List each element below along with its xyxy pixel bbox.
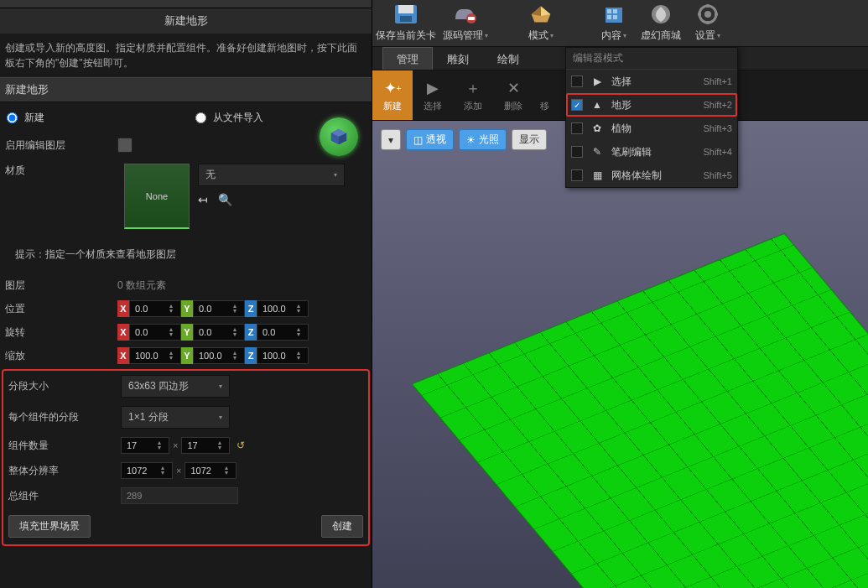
component-y-input[interactable] bbox=[184, 438, 216, 453]
section-size-label: 分段大小 bbox=[7, 379, 121, 393]
scale-z-input[interactable] bbox=[259, 348, 294, 363]
scale-y-input[interactable] bbox=[195, 348, 231, 363]
spinner-icon[interactable]: ▴▾ bbox=[216, 440, 224, 450]
tab-sculpt[interactable]: 雕刻 bbox=[433, 47, 483, 70]
tool-new[interactable]: ✦+新建 bbox=[372, 70, 413, 120]
mode-icon bbox=[527, 2, 555, 27]
radio-import[interactable]: 从文件导入 bbox=[195, 111, 263, 125]
sections-per-row: 每个组件的分段 1×1 分段▾ bbox=[3, 402, 368, 433]
spinner-icon[interactable]: ▴▾ bbox=[159, 466, 167, 476]
source-radio-row: 新建 从文件导入 bbox=[0, 102, 372, 133]
toolbar-save[interactable]: 保存当前关卡 bbox=[372, 0, 439, 46]
scale-y[interactable]: ▴▾ bbox=[193, 347, 245, 364]
sections-per-value: 1×1 分段 bbox=[128, 410, 169, 424]
location-z[interactable]: ▴▾ bbox=[257, 300, 309, 317]
perspective-button[interactable]: ◫透视 bbox=[406, 129, 454, 150]
reset-icon[interactable]: ↺ bbox=[236, 440, 245, 451]
toolbar-content[interactable]: 内容▾ bbox=[590, 0, 637, 46]
fill-world-button[interactable]: 填充世界场景 bbox=[8, 515, 91, 538]
location-y[interactable]: ▴▾ bbox=[193, 300, 245, 317]
mode-checkbox[interactable]: ✓ bbox=[571, 99, 583, 111]
material-dropdown[interactable]: 无▾ bbox=[198, 164, 345, 186]
tab-manage[interactable]: 管理 bbox=[382, 47, 433, 70]
spinner-icon[interactable]: ▴▾ bbox=[167, 351, 175, 361]
toolbar-marketplace[interactable]: 虚幻商城 bbox=[637, 0, 684, 46]
resolution-x-input[interactable] bbox=[123, 463, 159, 478]
toolbar-settings[interactable]: 设置▾ bbox=[684, 0, 731, 46]
location-y-input[interactable] bbox=[195, 301, 231, 316]
spinner-icon[interactable]: ▴▾ bbox=[222, 466, 231, 476]
radio-import-input[interactable] bbox=[195, 112, 206, 123]
rotation-y-input[interactable] bbox=[195, 325, 231, 340]
material-thumbnail[interactable]: None bbox=[124, 164, 190, 229]
spinner-icon[interactable]: ▴▾ bbox=[294, 304, 303, 314]
spinner-icon[interactable]: ▴▾ bbox=[231, 327, 239, 337]
section-size-dropdown[interactable]: 63x63 四边形▾ bbox=[121, 375, 230, 398]
tool-add-label: 添加 bbox=[464, 100, 482, 112]
spinner-icon[interactable]: ▴▾ bbox=[167, 327, 175, 337]
viewport[interactable]: ▾ ◫透视 ☀光照 显示 bbox=[372, 121, 868, 588]
show-button[interactable]: 显示 bbox=[512, 129, 547, 150]
mode-item-icon: ▦ bbox=[590, 168, 605, 183]
material-right: 无▾ ↤ 🔍 bbox=[198, 164, 368, 206]
tool-delete[interactable]: ✕删除 bbox=[493, 70, 533, 120]
spinner-icon[interactable]: ▴▾ bbox=[294, 327, 303, 337]
radio-new[interactable]: 新建 bbox=[7, 111, 44, 125]
show-label: 显示 bbox=[519, 133, 539, 147]
resolution-x[interactable]: ▴▾ bbox=[121, 462, 173, 479]
rotation-x[interactable]: ▴▾ bbox=[129, 324, 181, 341]
mode-item-icon: ✎ bbox=[590, 144, 605, 159]
mode-item-0[interactable]: ▶选择Shift+1 bbox=[566, 70, 737, 93]
radio-new-input[interactable] bbox=[7, 112, 18, 123]
tool-select[interactable]: ▶选择 bbox=[413, 70, 453, 120]
assign-arrow-icon[interactable]: ↤ bbox=[198, 193, 208, 206]
component-y[interactable]: ▴▾ bbox=[181, 437, 230, 454]
rotation-z[interactable]: ▴▾ bbox=[257, 324, 309, 341]
scale-x-input[interactable] bbox=[132, 348, 167, 363]
mode-item-3[interactable]: ✎笔刷编辑Shift+4 bbox=[566, 140, 737, 164]
rotation-y[interactable]: ▴▾ bbox=[193, 324, 245, 341]
component-x[interactable]: ▴▾ bbox=[121, 437, 169, 454]
new-landscape-header: 新建地形 bbox=[0, 77, 372, 102]
mode-item-icon: ▲ bbox=[590, 97, 605, 112]
mode-item-label: 植物 bbox=[611, 122, 696, 136]
mode-checkbox[interactable] bbox=[571, 75, 583, 87]
mode-menu-header: 编辑器模式 bbox=[566, 48, 737, 70]
spinner-icon[interactable]: ▴▾ bbox=[294, 351, 303, 361]
mode-checkbox[interactable] bbox=[571, 146, 583, 158]
mode-item-1[interactable]: ✓▲地形Shift+2 bbox=[566, 93, 737, 117]
resolution-y-input[interactable] bbox=[187, 463, 222, 478]
lit-button[interactable]: ☀光照 bbox=[459, 129, 507, 150]
mode-item-4[interactable]: ▦网格体绘制Shift+5 bbox=[566, 164, 737, 187]
cube-svg-icon bbox=[330, 127, 348, 146]
tab-paint[interactable]: 绘制 bbox=[483, 47, 533, 70]
rotation-x-input[interactable] bbox=[132, 325, 167, 340]
location-x-input[interactable] bbox=[132, 301, 167, 316]
mode-checkbox[interactable] bbox=[571, 122, 583, 134]
rotation-z-input[interactable] bbox=[259, 325, 294, 340]
perspective-label: 透视 bbox=[426, 133, 446, 147]
toolbar-source[interactable]: 源码管理▾ bbox=[439, 0, 491, 46]
search-icon[interactable]: 🔍 bbox=[218, 193, 232, 206]
tool-add[interactable]: ＋添加 bbox=[453, 70, 493, 120]
scale-x[interactable]: ▴▾ bbox=[129, 347, 181, 364]
spinner-icon[interactable]: ▴▾ bbox=[167, 304, 175, 314]
mode-checkbox[interactable] bbox=[571, 169, 583, 181]
scale-z[interactable]: ▴▾ bbox=[257, 347, 309, 364]
viewport-menu-button[interactable]: ▾ bbox=[381, 129, 401, 150]
tool-move[interactable]: 移 bbox=[533, 70, 555, 120]
create-button[interactable]: 创建 bbox=[321, 515, 363, 538]
mode-item-2[interactable]: ✿植物Shift+3 bbox=[566, 117, 737, 140]
mode-item-shortcut: Shift+1 bbox=[703, 76, 732, 86]
toolbar-mode[interactable]: 模式▾ bbox=[491, 0, 590, 46]
location-x[interactable]: ▴▾ bbox=[129, 300, 181, 317]
spinner-icon[interactable]: ▴▾ bbox=[231, 351, 239, 361]
spinner-icon[interactable]: ▴▾ bbox=[155, 440, 164, 450]
spinner-icon[interactable]: ▴▾ bbox=[231, 304, 239, 314]
resolution-y[interactable]: ▴▾ bbox=[185, 462, 236, 479]
sections-per-dropdown[interactable]: 1×1 分段▾ bbox=[121, 406, 230, 429]
component-x-input[interactable] bbox=[123, 438, 155, 453]
location-z-input[interactable] bbox=[259, 301, 294, 316]
enable-layers-checkbox[interactable] bbox=[117, 138, 133, 153]
axis-x-badge: X bbox=[117, 347, 129, 364]
